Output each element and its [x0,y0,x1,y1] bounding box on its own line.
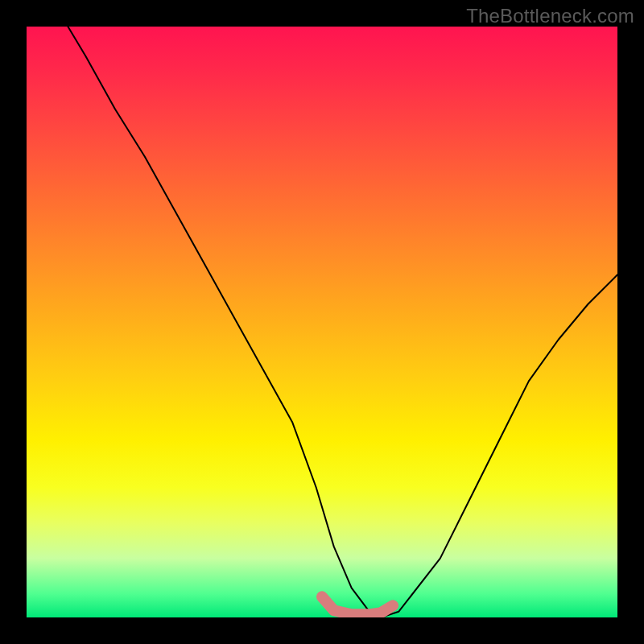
watermark-text: TheBottleneck.com [466,5,634,27]
bottleneck-curve [68,27,617,617]
highlight-band [322,597,393,614]
chart-svg [27,27,617,617]
plot-area [27,27,617,617]
chart-container: TheBottleneck.com [0,0,644,644]
